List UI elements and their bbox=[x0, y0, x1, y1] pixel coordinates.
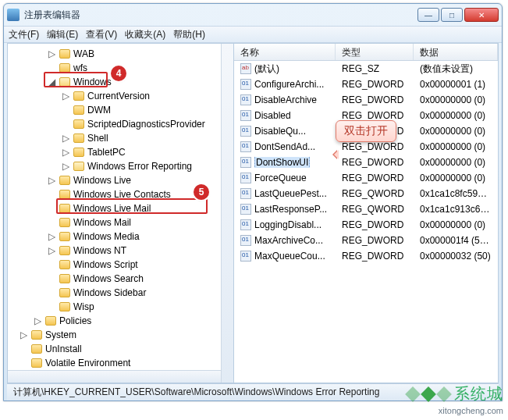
tree-scrollbar-horizontal[interactable] bbox=[8, 370, 221, 383]
annotation-badge-5: 5 bbox=[194, 184, 209, 200]
tree-node[interactable]: ▷CurrentVersion bbox=[11, 89, 233, 103]
tree-node[interactable]: Windows Search bbox=[11, 272, 233, 286]
tree-node[interactable]: ▷Shell bbox=[11, 131, 233, 145]
expand-icon[interactable]: ▷ bbox=[47, 48, 56, 59]
tree-node[interactable]: ▷Windows Media bbox=[11, 230, 233, 244]
cell-name: LastQueuePest... bbox=[234, 188, 336, 200]
cell-type: REG_DWORD bbox=[336, 251, 414, 262]
tree-label: Windows bbox=[73, 77, 112, 87]
tree-label: Windows Search bbox=[73, 273, 144, 284]
value-row[interactable]: DontShowUIREG_DWORD0x00000000 (0) bbox=[234, 155, 498, 170]
menu-help[interactable]: 帮助(H) bbox=[173, 28, 205, 41]
tree-label: Windows Live Contacts bbox=[73, 189, 171, 200]
expand-icon[interactable]: ▷ bbox=[61, 91, 70, 101]
folder-icon bbox=[31, 330, 42, 340]
value-row[interactable]: MaxArchiveCo...REG_DWORD0x000001f4 (500) bbox=[234, 233, 498, 248]
cell-data: 0x00000000 (0) bbox=[414, 219, 498, 230]
tree-node[interactable]: ▷Windows NT bbox=[11, 244, 233, 258]
dword-value-icon bbox=[240, 173, 251, 183]
menubar: 文件(F) 编辑(E) 查看(V) 收藏夹(A) 帮助(H) bbox=[4, 26, 502, 43]
cell-data: 0x00000000 (0) bbox=[414, 110, 498, 121]
expand-icon[interactable]: ▷ bbox=[33, 315, 42, 326]
cell-name: ConfigureArchi... bbox=[234, 79, 336, 91]
menu-view[interactable]: 查看(V) bbox=[86, 28, 117, 41]
tree-label: Windows Media bbox=[73, 231, 140, 242]
tree-node[interactable]: Wisp bbox=[11, 300, 233, 314]
registry-tree[interactable]: 4 5 ▷WABwfs◢Windows▷CurrentVersionDWMScr… bbox=[8, 44, 234, 383]
expand-icon[interactable]: ▷ bbox=[47, 245, 56, 256]
folder-icon bbox=[59, 232, 70, 241]
minimize-button[interactable]: — bbox=[417, 8, 439, 22]
tree-label: Windows Live Mail bbox=[73, 203, 151, 214]
tree-node[interactable]: Windows Live Mail bbox=[11, 201, 233, 215]
cell-type: REG_DWORD bbox=[336, 141, 414, 152]
annotation-badge-4: 4 bbox=[111, 66, 126, 81]
list-header: 名称 类型 数据 bbox=[234, 44, 498, 61]
tree-node[interactable]: ▷WAB bbox=[11, 47, 233, 61]
tree-node[interactable]: Windows Sidebar bbox=[11, 286, 233, 300]
value-row[interactable]: MaxQueueCou...REG_DWORD0x00000032 (50) bbox=[234, 248, 498, 264]
tree-node[interactable]: ▷Policies bbox=[11, 314, 233, 328]
cell-data: 0x00000000 (0) bbox=[414, 173, 498, 183]
close-button[interactable]: ✕ bbox=[464, 8, 499, 22]
tree-node[interactable]: DWM bbox=[11, 103, 233, 117]
column-type[interactable]: 类型 bbox=[336, 44, 414, 60]
cell-data: 0x1ca1c8fc5984597 bbox=[414, 188, 498, 199]
value-list[interactable]: 名称 类型 数据 (默认)REG_SZ(数值未设置)ConfigureArchi… bbox=[234, 44, 498, 383]
dword-value-icon bbox=[240, 79, 251, 90]
dword-value-icon bbox=[240, 235, 251, 246]
expand-icon[interactable]: ▷ bbox=[47, 231, 56, 242]
tree-label: Windows Sidebar bbox=[73, 287, 146, 298]
expand-icon[interactable]: ▷ bbox=[19, 329, 28, 340]
maximize-button[interactable]: □ bbox=[441, 8, 463, 22]
value-row[interactable]: DisableArchiveREG_DWORD0x00000000 (0) bbox=[234, 92, 498, 108]
cell-data: 0x00000000 (0) bbox=[414, 141, 498, 152]
cell-name: LastResponseP... bbox=[234, 204, 336, 215]
diamond-icon bbox=[405, 386, 421, 402]
tree-node[interactable]: UnInstall bbox=[11, 342, 233, 356]
tree-label: Windows Mail bbox=[73, 217, 131, 228]
cell-name: (默认) bbox=[234, 62, 336, 76]
collapse-icon[interactable]: ◢ bbox=[47, 77, 56, 87]
column-data[interactable]: 数据 bbox=[414, 44, 498, 60]
tree-node[interactable]: ▷Windows Error Reporting bbox=[11, 159, 233, 173]
expand-icon[interactable]: ▷ bbox=[61, 147, 70, 158]
menu-favorites[interactable]: 收藏夹(A) bbox=[125, 28, 165, 41]
watermark-text: 系统城 bbox=[454, 383, 503, 404]
value-row[interactable]: LastResponseP...REG_QWORD0x1ca1c913c6c98… bbox=[234, 201, 498, 217]
folder-icon bbox=[59, 274, 70, 283]
expand-icon[interactable]: ▷ bbox=[61, 161, 70, 172]
tree-node[interactable]: Windows Script bbox=[11, 258, 233, 272]
tree-node[interactable]: Volatile Environment bbox=[11, 356, 233, 370]
tree-node[interactable]: Windows Mail bbox=[11, 215, 233, 230]
cell-type: REG_DWORD bbox=[336, 157, 414, 168]
tree-node[interactable]: ScriptedDiagnosticsProvider bbox=[11, 117, 233, 131]
menu-file[interactable]: 文件(F) bbox=[9, 28, 39, 41]
cell-data: (数值未设置) bbox=[414, 62, 498, 76]
value-row[interactable]: ConfigureArchi...REG_DWORD0x00000001 (1) bbox=[234, 77, 498, 92]
column-name[interactable]: 名称 bbox=[234, 44, 336, 60]
value-row[interactable]: ForceQueueREG_DWORD0x00000000 (0) bbox=[234, 170, 498, 186]
value-row[interactable]: (默认)REG_SZ(数值未设置) bbox=[234, 61, 498, 77]
folder-icon bbox=[31, 358, 42, 368]
tree-node[interactable]: ▷TabletPC bbox=[11, 145, 233, 159]
tree-scrollbar-vertical[interactable] bbox=[221, 44, 233, 383]
folder-icon bbox=[73, 148, 84, 157]
cell-name: MaxArchiveCo... bbox=[234, 235, 336, 247]
dword-value-icon bbox=[240, 188, 251, 199]
cell-data: 0x00000000 (0) bbox=[414, 94, 498, 105]
tree-label: Policies bbox=[59, 315, 91, 326]
value-row[interactable]: LastQueuePest...REG_QWORD0x1ca1c8fc59845… bbox=[234, 186, 498, 201]
expand-icon[interactable]: ▷ bbox=[61, 133, 70, 144]
value-row[interactable]: LoggingDisabl...REG_DWORD0x00000000 (0) bbox=[234, 217, 498, 233]
menu-edit[interactable]: 编辑(E) bbox=[47, 28, 78, 41]
tree-label: wfs bbox=[73, 62, 87, 73]
tree-node[interactable]: ▷System bbox=[11, 328, 233, 342]
cell-type: REG_SZ bbox=[336, 63, 414, 74]
expand-icon[interactable]: ▷ bbox=[47, 175, 56, 186]
tree-label: Wisp bbox=[73, 301, 94, 312]
dword-value-icon bbox=[240, 94, 251, 105]
folder-icon bbox=[59, 218, 70, 227]
tree-label: TabletPC bbox=[87, 147, 126, 158]
string-value-icon bbox=[240, 63, 251, 74]
